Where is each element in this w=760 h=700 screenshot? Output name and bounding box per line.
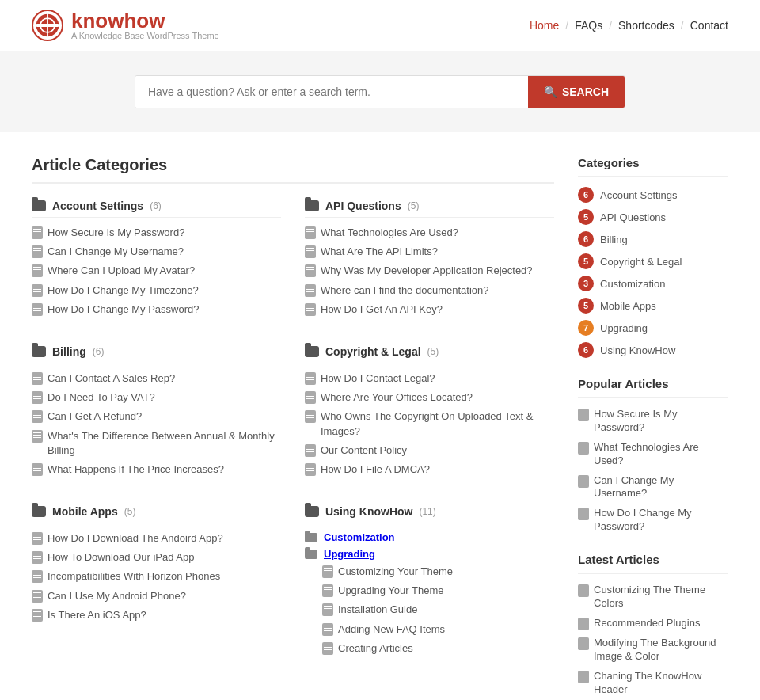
article-link[interactable]: What Are The API Limits? (321, 245, 438, 259)
sidebar-article: How Do I Change My Password? (578, 507, 728, 534)
sub-category-upgrading: Upgrading (305, 548, 554, 560)
article-link[interactable]: How Do I File A DMCA? (321, 462, 430, 477)
article-link[interactable]: Creating Articles (338, 641, 413, 656)
sidebar-category-link[interactable]: Upgrading (600, 322, 648, 334)
search-button[interactable]: 🔍 SEARCH (528, 76, 625, 108)
list-item: How Do I Download The Andoird App? (32, 531, 281, 546)
list-item: Can I Get A Refund? (32, 409, 281, 424)
popular-article-link[interactable]: How Secure Is My Password? (594, 408, 728, 435)
sidebar-latest-title: Latest Articles (578, 553, 728, 574)
article-link[interactable]: Can I Change My Username? (48, 245, 184, 259)
nav-faqs[interactable]: FAQs (575, 19, 602, 32)
badge: 5 (578, 253, 594, 269)
article-link[interactable]: How Do I Change My Password? (48, 302, 199, 317)
list-item: Where can I find the documentation? (305, 283, 554, 298)
sidebar-popular-title: Popular Articles (578, 377, 728, 398)
sidebar-category-link[interactable]: Account Settings (600, 189, 678, 201)
article-link[interactable]: Can I Use My Android Phone? (48, 589, 186, 603)
category-name: Mobile Apps (52, 505, 118, 518)
list-item: Our Content Policy (305, 443, 554, 458)
article-link[interactable]: How Do I Contact Legal? (321, 371, 435, 386)
list-item: Installation Guide (322, 603, 554, 617)
article-link[interactable]: How Do I Change My Timezone? (48, 283, 199, 298)
subcategory-link[interactable]: Upgrading (324, 548, 375, 560)
article-link[interactable]: Where Are Your Offices Located? (321, 390, 473, 405)
sidebar-category-link[interactable]: Billing (600, 234, 628, 245)
article-link[interactable]: Where can I find the documentation? (321, 283, 488, 298)
article-link[interactable]: What Technologies Are Used? (321, 226, 458, 240)
doc-icon (305, 226, 316, 239)
open-folder-icon (305, 533, 317, 542)
article-link[interactable]: Our Content Policy (321, 443, 407, 458)
article-link[interactable]: Where Can I Upload My Avatar? (48, 264, 195, 278)
article-list: How Do I Contact Legal? Where Are Your O… (305, 371, 554, 477)
popular-article-link[interactable]: Can I Change My Username? (594, 474, 728, 501)
article-link[interactable]: How Do I Download The Andoird App? (48, 531, 223, 546)
doc-icon (305, 463, 316, 476)
latest-article-link[interactable]: Modifying The Background Image & Color (594, 637, 728, 664)
list-item: How To Download Our iPad App (32, 550, 281, 565)
popular-article-link[interactable]: What Technologies Are Used? (594, 441, 728, 468)
article-link[interactable]: What's The Difference Between Annual & M… (48, 429, 281, 458)
nav-sep-1: / (565, 19, 568, 32)
article-link[interactable]: Customizing Your Theme (338, 565, 453, 579)
doc-icon (32, 590, 43, 603)
article-link[interactable]: Is There An iOS App? (48, 608, 146, 622)
badge: 5 (578, 298, 594, 314)
category-name: Account Settings (52, 200, 143, 212)
article-list: How Secure Is My Password? Can I Change … (32, 226, 281, 317)
doc-icon (578, 508, 589, 520)
sidebar-category-link[interactable]: Mobile Apps (600, 300, 656, 312)
popular-article-link[interactable]: How Do I Change My Password? (594, 507, 728, 534)
sidebar-category-link[interactable]: Customization (600, 278, 665, 290)
doc-icon (578, 671, 589, 683)
main-container: Article Categories Account Settings (6) … (0, 132, 760, 700)
subcategory-link[interactable]: Customization (324, 531, 395, 543)
article-link[interactable]: Adding New FAQ Items (338, 622, 445, 637)
list-item: What Happens If The Price Increases? (32, 462, 281, 477)
search-input[interactable] (135, 76, 528, 108)
doc-icon (32, 551, 43, 564)
article-link[interactable]: Can I Get A Refund? (48, 409, 142, 424)
hero-section: 🔍 SEARCH (0, 51, 760, 132)
badge: 7 (578, 320, 594, 336)
latest-article-link[interactable]: Recommended Plugins (594, 617, 700, 630)
category-count: (5) (428, 346, 439, 357)
latest-article-link[interactable]: Chaning The KnowHow Header (594, 670, 728, 697)
article-link[interactable]: What Happens If The Price Increases? (48, 462, 224, 477)
doc-icon (578, 442, 589, 455)
article-link[interactable]: How To Download Our iPad App (48, 550, 194, 565)
doc-icon (32, 303, 43, 316)
article-link[interactable]: Do I Need To Pay VAT? (48, 390, 155, 405)
article-link[interactable]: Upgrading Your Theme (338, 584, 443, 598)
sidebar-latest: Latest Articles Customizing The Theme Co… (578, 553, 728, 696)
list-item: Can I Change My Username? (32, 245, 281, 259)
doc-icon (305, 284, 316, 297)
badge: 5 (578, 209, 594, 225)
article-link[interactable]: Why Was My Developer Application Rejecte… (321, 264, 533, 278)
sidebar: Categories 6 Account Settings 5 API Ques… (578, 156, 728, 700)
sidebar-article: Customizing The Theme Colors (578, 584, 728, 611)
logo-text: knowhow A Knowledge Base WordPress Theme (71, 10, 219, 40)
article-link[interactable]: How Do I Get An API Key? (321, 302, 443, 317)
article-link[interactable]: Can I Contact A Sales Rep? (48, 371, 175, 386)
article-link[interactable]: Incompatibilities With Horizon Phones (48, 569, 220, 584)
sidebar-category-link[interactable]: API Questions (600, 211, 666, 223)
sidebar-item: 6 Using KnowHow (578, 342, 728, 358)
nav-shortcodes[interactable]: Shortcodes (618, 19, 674, 32)
sidebar-category-link[interactable]: Using KnowHow (600, 344, 675, 356)
folder-icon (32, 346, 46, 357)
article-link[interactable]: Who Owns The Copyright On Uploaded Text … (321, 409, 554, 438)
article-link[interactable]: How Secure Is My Password? (48, 226, 184, 240)
list-item: Why Was My Developer Application Rejecte… (305, 264, 554, 278)
sidebar-popular: Popular Articles How Secure Is My Passwo… (578, 377, 728, 534)
latest-article-link[interactable]: Customizing The Theme Colors (594, 584, 728, 611)
nav-home[interactable]: Home (530, 19, 559, 32)
sidebar-category-link[interactable]: Copyright & Legal (600, 256, 682, 268)
list-item: Adding New FAQ Items (322, 622, 554, 637)
doc-icon (578, 618, 589, 630)
nav-sep-3: / (681, 19, 684, 32)
doc-icon (32, 264, 43, 277)
nav-contact[interactable]: Contact (690, 19, 728, 32)
article-link[interactable]: Installation Guide (338, 603, 417, 617)
